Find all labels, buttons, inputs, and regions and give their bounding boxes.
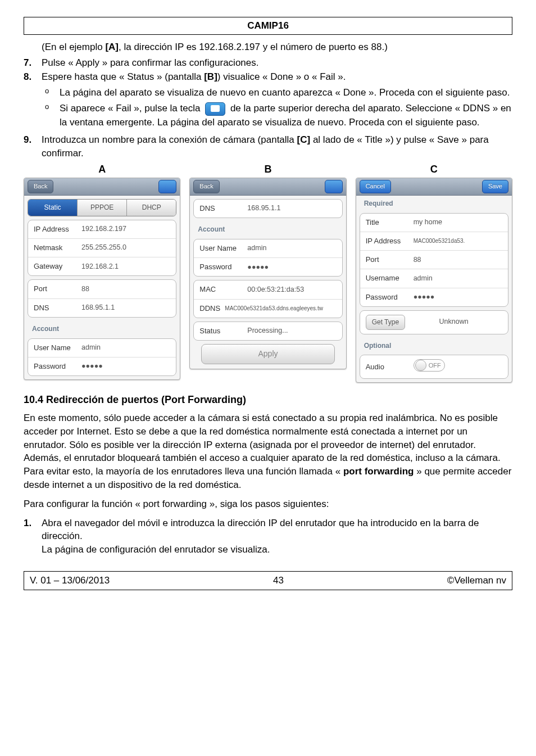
step-8-bullet-2-pre: Si aparece « Fail », pulse la tecla — [60, 103, 203, 114]
apply-button[interactable]: Apply — [201, 344, 334, 364]
footer-version: V. 01 – 13/06/2013 — [30, 574, 110, 587]
table-row: Netmask255.255.255.0 — [28, 239, 176, 257]
mac-value: 00:0e:53:21:da:53 — [247, 285, 336, 295]
example-ref: [A] — [105, 42, 119, 52]
account-group: User Nameadmin Password●●●●● — [28, 338, 176, 376]
title-value[interactable]: my home — [414, 218, 502, 228]
port-label: Port — [366, 255, 414, 265]
tab-static[interactable]: Static — [28, 200, 78, 216]
table-row: User Nameadmin — [28, 339, 176, 357]
step-7-text: Pulse « Apply » para confirmar las confi… — [42, 56, 512, 70]
password-label: Password — [199, 262, 247, 272]
table-row: Usernameadmin — [360, 269, 508, 288]
password-value[interactable]: ●●●●● — [81, 361, 170, 372]
mac-label: MAC — [199, 284, 247, 295]
port-value[interactable]: 88 — [414, 255, 502, 265]
table-row: Password●●●●● — [360, 288, 508, 306]
account-section: Account — [24, 321, 180, 335]
table-row: MAC00:0e:53:21:da:53 — [194, 280, 342, 299]
panel-b-header: Back — [190, 178, 346, 196]
password-label: Password — [34, 361, 81, 372]
step-8-ref: [B] — [204, 71, 217, 82]
username-value[interactable]: admin — [247, 243, 336, 253]
gettype-button[interactable]: Get Type — [366, 315, 405, 330]
dns-label: DNS — [34, 303, 81, 313]
table-row: DNS168.95.1.1 — [28, 299, 176, 317]
table-row: DDNSMAC000e5321da53.ddns.eagleeyes.tw — [194, 300, 342, 318]
step-8-bullet-1-text: La página del aparato se visualiza de nu… — [60, 86, 512, 99]
password-value[interactable]: ●●●●● — [414, 292, 502, 302]
username-value[interactable]: admin — [414, 274, 502, 284]
tool-icon[interactable] — [325, 180, 343, 193]
panel-b: Back DNS168.95.1.1 Account User Nameadmi… — [189, 178, 346, 369]
ip-value[interactable]: MAC000e5321da53. — [414, 237, 502, 245]
tool-icon[interactable] — [158, 180, 176, 193]
ddns-value: MAC000e5321da53.ddns.eagleeyes.tw — [225, 305, 336, 313]
step-8: 8. Espere hasta que « Status » (pantalla… — [24, 70, 512, 132]
gettype-value: Unknown — [405, 317, 502, 327]
username-value[interactable]: admin — [81, 343, 170, 353]
ip-label: IP Address — [366, 236, 414, 246]
tool-icon — [205, 102, 225, 116]
panel-a-header: Back — [24, 178, 180, 196]
pf-step-1-num: 1. — [24, 517, 42, 556]
tab-dhcp[interactable]: DHCP — [127, 200, 176, 216]
port-value[interactable]: 88 — [81, 284, 170, 295]
table-row: StatusProcessing... — [194, 322, 342, 340]
tab-control: Static PPPOE DHCP — [28, 199, 176, 216]
dns-value[interactable]: 168.95.1.1 — [81, 303, 170, 313]
status-group: StatusProcessing... — [193, 322, 342, 341]
example-text-pre: (En el ejemplo — [42, 42, 105, 52]
figure-b-label: B — [189, 162, 346, 176]
section-heading: 10.4 Redirección de puertos (Port Forwar… — [24, 393, 512, 407]
cancel-button[interactable]: Cancel — [360, 180, 391, 193]
pf-step-1-line2: La página de configuración del enrutador… — [42, 544, 270, 555]
step-9-pre: Introduzca un nombre para la conexión de… — [42, 134, 297, 145]
step-8-bullet-2: o Si aparece « Fail », pulse la tecla de… — [42, 102, 512, 129]
page-footer: V. 01 – 13/06/2013 43 ©Velleman nv — [24, 571, 512, 590]
figure-c-label: C — [356, 162, 512, 176]
port-dns-group: Port88 DNS168.95.1.1 — [28, 279, 176, 317]
step-8-post: ) visualice « Done » o « Fail ». — [217, 71, 346, 82]
section-para-1: En este momento, sólo puede acceder a la… — [24, 411, 512, 492]
step-9-num: 9. — [24, 133, 42, 160]
username-label: Username — [366, 273, 414, 283]
gateway-value[interactable]: 192.168.2.1 — [81, 262, 170, 272]
password-value[interactable]: ●●●●● — [247, 262, 336, 273]
table-row: User Nameadmin — [194, 239, 342, 258]
tab-pppoe[interactable]: PPPOE — [78, 200, 127, 216]
title-label: Title — [366, 218, 414, 228]
optional-group: Audio OFF — [360, 355, 508, 379]
step-7: 7. Pulse « Apply » para confirmar las co… — [24, 56, 512, 70]
audio-toggle[interactable]: OFF — [414, 359, 445, 372]
step-7-num: 7. — [24, 56, 42, 70]
ip-value[interactable]: 192.168.2.197 — [81, 224, 170, 234]
netmask-value[interactable]: 255.255.255.0 — [81, 243, 170, 253]
username-label: User Name — [199, 243, 247, 253]
example-note: (En el ejemplo [A], la dirección IP es 1… — [42, 40, 512, 54]
back-button[interactable]: Back — [28, 180, 53, 193]
table-row: Password●●●●● — [194, 258, 342, 276]
save-button[interactable]: Save — [482, 180, 508, 193]
dns-label: DNS — [199, 203, 247, 214]
table-row: Audio OFF — [360, 355, 508, 378]
bullet-icon: o — [42, 102, 60, 129]
optional-section: Optional — [356, 338, 512, 352]
section-para-2: Para configurar la función « port forwar… — [24, 497, 512, 511]
figure-row: A Back Static PPPOE DHCP IP Address192.1… — [24, 162, 512, 383]
pf-step-1: 1. Abra el navegador del móvil e introdu… — [24, 517, 512, 556]
step-8-num: 8. — [24, 70, 42, 132]
dns-value[interactable]: 168.95.1.1 — [247, 203, 336, 214]
bullet-icon: o — [42, 86, 60, 99]
account-section: Account — [190, 221, 346, 236]
panel-c: Cancel Save Required Titlemy home IP Add… — [356, 178, 512, 383]
netmask-label: Netmask — [34, 243, 81, 253]
gateway-label: Gateway — [34, 261, 81, 271]
back-button[interactable]: Back — [193, 180, 219, 193]
audio-label: Audio — [366, 362, 414, 372]
status-value: Processing... — [247, 326, 336, 336]
step-8-bullet-1: o La página del aparato se visualiza de … — [42, 86, 512, 99]
panel-c-header: Cancel Save — [356, 178, 512, 196]
para1-bold: port forwarding — [343, 466, 414, 477]
required-group: Titlemy home IP AddressMAC000e5321da53. … — [360, 213, 508, 307]
